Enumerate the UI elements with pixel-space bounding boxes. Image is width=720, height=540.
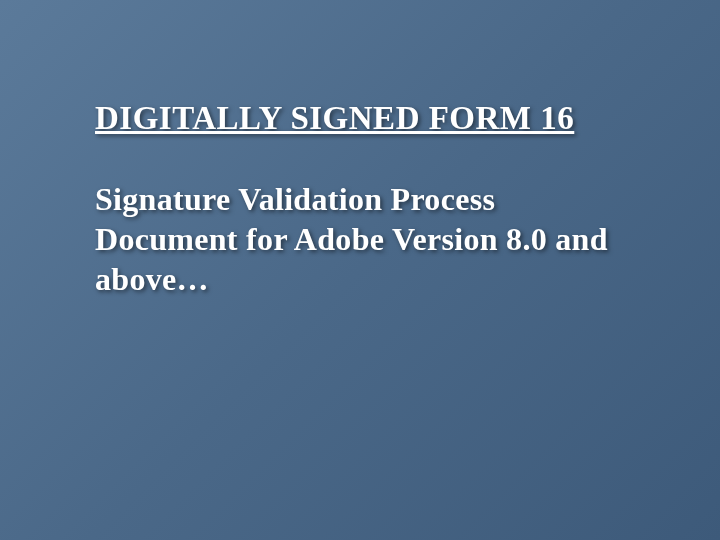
slide-title: DIGITALLY SIGNED FORM 16 xyxy=(95,100,625,137)
slide-subtitle: Signature Validation Process Document fo… xyxy=(95,179,625,299)
slide-container: DIGITALLY SIGNED FORM 16 Signature Valid… xyxy=(0,0,720,540)
